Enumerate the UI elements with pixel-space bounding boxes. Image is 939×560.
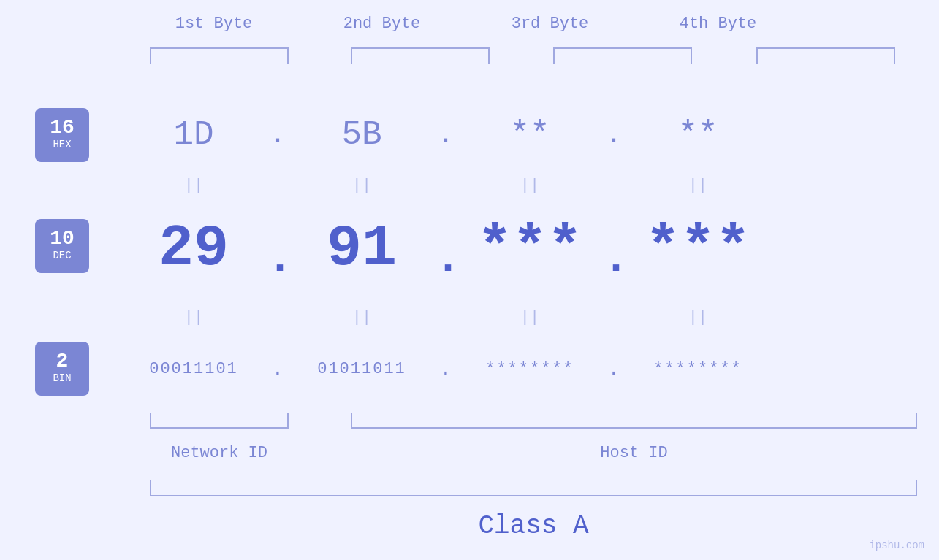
- dec-b2: 91: [289, 215, 435, 282]
- class-bracket: [150, 480, 917, 496]
- bin-badge-label: BIN: [53, 372, 71, 386]
- hex-badge-num: 16: [50, 118, 75, 138]
- bin-dot2: .: [435, 358, 457, 380]
- host-id-label: Host ID: [351, 444, 917, 462]
- hex-b2: 5B: [289, 116, 435, 154]
- bin-b4: ********: [625, 360, 771, 378]
- dec-dot1: .: [267, 212, 289, 284]
- network-id-bottom-bracket: [150, 413, 289, 429]
- dec-badge-num: 10: [50, 229, 75, 249]
- class-label: Class A: [150, 511, 917, 541]
- hex-badge-label: HEX: [53, 138, 71, 153]
- hex-dot1: .: [267, 120, 289, 150]
- bin-dot1: .: [267, 358, 289, 380]
- byte3-top-bracket: [553, 47, 692, 64]
- bin-b2: 01011011: [289, 360, 435, 378]
- hex-dot2: .: [435, 120, 457, 150]
- byte2-top-bracket: [351, 47, 490, 64]
- byte4-top-bracket: [756, 47, 895, 64]
- dec-b4: ***: [625, 215, 771, 282]
- dec-dot3: .: [603, 212, 625, 284]
- bin-badge-num: 2: [56, 351, 69, 372]
- bin-row: 00011101 . 01011011 . ******** . *******…: [121, 342, 902, 396]
- hex-b3: **: [457, 116, 603, 154]
- dec-dot2: .: [435, 212, 457, 284]
- equals-row-2: || || || ||: [121, 305, 902, 329]
- network-id-label: Network ID: [150, 444, 289, 462]
- host-id-bottom-bracket: [351, 413, 917, 429]
- dec-b1: 29: [121, 215, 267, 282]
- watermark: ipshu.com: [869, 540, 924, 551]
- main-layout: 1st Byte 2nd Byte 3rd Byte 4th Byte 16 H…: [0, 0, 939, 560]
- byte3-header: 3rd Byte: [477, 15, 623, 33]
- hex-row: 1D . 5B . ** . **: [121, 108, 902, 162]
- byte1-header: 1st Byte: [141, 15, 287, 33]
- hex-b1: 1D: [121, 116, 267, 154]
- bin-b3: ********: [457, 360, 603, 378]
- byte4-header: 4th Byte: [645, 15, 791, 33]
- byte2-header: 2nd Byte: [309, 15, 455, 33]
- bin-b1: 00011101: [121, 360, 267, 378]
- equals-row-1: || || || ||: [121, 174, 902, 197]
- dec-b3: ***: [457, 215, 603, 282]
- dec-badge-label: DEC: [53, 249, 71, 264]
- byte1-top-bracket: [150, 47, 289, 64]
- bin-badge: 2 BIN: [35, 342, 89, 396]
- hex-dot3: .: [603, 120, 625, 150]
- hex-badge: 16 HEX: [35, 108, 89, 162]
- bin-dot3: .: [603, 358, 625, 380]
- hex-b4: **: [625, 116, 771, 154]
- dec-row: 29 . 91 . *** . ***: [121, 212, 902, 285]
- dec-badge: 10 DEC: [35, 219, 89, 273]
